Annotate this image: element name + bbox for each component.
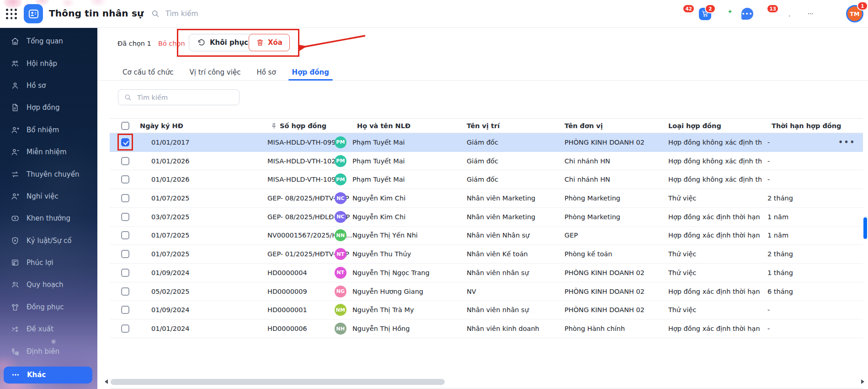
- cell-date: 01/09/2024: [151, 306, 190, 313]
- table-search[interactable]: [118, 89, 240, 105]
- table-row[interactable]: 01/09/2024 HD0000001 NM Nguyễn Thị Trà M…: [110, 301, 863, 319]
- col-header-unit[interactable]: Tên đơn vị: [564, 122, 603, 130]
- sidebar-item-shield[interactable]: Kỷ luật/Sự cố: [0, 230, 97, 252]
- user-avatar[interactable]: TM 1: [846, 5, 863, 22]
- hscroll-left-arrow[interactable]: [105, 379, 108, 384]
- row-checkbox[interactable]: [121, 287, 129, 296]
- deselect-link[interactable]: Bỏ chọn: [158, 40, 185, 47]
- cell-date: 01/09/2024: [151, 269, 190, 276]
- cell-duration: -: [767, 325, 770, 332]
- sidebar-item-proposal[interactable]: Đề xuất: [0, 318, 97, 340]
- global-search[interactable]: [151, 6, 258, 21]
- avatar: NN: [335, 229, 346, 241]
- sidebar-item-more[interactable]: Khác: [4, 367, 92, 384]
- vertical-scrollbar-thumb[interactable]: [863, 217, 867, 239]
- restore-button[interactable]: Khôi phục: [189, 34, 256, 51]
- sidebar-item-headcount[interactable]: Định biên: [0, 340, 97, 362]
- cell-date: 01/01/2026: [151, 176, 190, 183]
- cell-duration: -: [767, 306, 770, 313]
- row-checkbox[interactable]: [121, 175, 129, 184]
- sidebar-item-person-x[interactable]: Nghỉ việc: [0, 185, 97, 207]
- hr-app-icon[interactable]: [24, 4, 43, 23]
- col-header-name[interactable]: Họ và tên NLĐ: [357, 122, 410, 130]
- sidebar-item-planning[interactable]: Quy hoạch: [0, 274, 97, 296]
- sidebar-item-person-minus[interactable]: Miễn nhiệm: [0, 141, 97, 163]
- cell-date: 05/02/2025: [151, 288, 190, 295]
- row-checkbox[interactable]: [121, 250, 129, 258]
- search-icon: [151, 9, 160, 18]
- row-checkbox[interactable]: [121, 231, 129, 239]
- sidebar-item-person-plus[interactable]: Bổ nhiệm: [0, 119, 97, 141]
- tab-inactive-vị-trí-công-việc[interactable]: Vị trí công việc: [189, 65, 240, 80]
- avatar: PM: [335, 155, 346, 167]
- col-header-duration[interactable]: Thời hạn hợp đồng: [772, 122, 841, 130]
- row-checkbox[interactable]: [121, 324, 129, 333]
- cell-contract-no: HD0000009: [267, 288, 307, 295]
- sidebar-item-home[interactable]: Tổng quan: [0, 30, 97, 52]
- cell-unit: Phòng Hành chính: [564, 325, 625, 332]
- table-row[interactable]: 01/07/2025 GEP- 01/2025/HĐTV-GEP NT Nguy…: [110, 245, 863, 264]
- cell-contract-type: Hợp đồng không xác định thời hạn: [668, 157, 761, 165]
- cell-date: 01/01/2024: [151, 325, 190, 332]
- person-add-icon[interactable]: [720, 8, 732, 20]
- cell-date: 01/07/2025: [151, 232, 190, 239]
- employee-card-icon: [27, 8, 40, 20]
- sidebar-item-person[interactable]: Hồ sơ: [0, 75, 97, 97]
- row-checkbox[interactable]: [121, 194, 129, 202]
- row-checkbox[interactable]: [121, 138, 129, 146]
- chat-icon[interactable]: •••: [741, 8, 753, 20]
- search-icon: [124, 93, 132, 102]
- delete-button[interactable]: Xóa: [249, 34, 290, 51]
- sidebar-item-benefit[interactable]: Phúc lợi: [0, 252, 97, 274]
- person-x-icon: [11, 192, 20, 201]
- table-row[interactable]: 01/01/2026 MISA-HDLD-VTH-102 PM Phạm Tuy…: [110, 152, 863, 171]
- table-row[interactable]: 01/01/2026 MISA-HDLD-VTH-109 PM Phạm Tuy…: [110, 170, 863, 189]
- avatar: NT: [335, 267, 346, 279]
- col-header-date[interactable]: Ngày ký HĐ: [140, 122, 183, 130]
- horizontal-scrollbar-thumb[interactable]: [111, 379, 445, 385]
- col-header-type[interactable]: Loại hợp đồng: [668, 122, 721, 130]
- megaphone-icon[interactable]: 42: [678, 8, 690, 20]
- col-header-position[interactable]: Tên vị trí: [467, 122, 500, 130]
- table-row[interactable]: 03/07/2025 GEP- 08/2025/HĐLĐ-GEP NC Nguy…: [110, 208, 863, 227]
- select-all-checkbox[interactable]: [121, 122, 129, 130]
- cell-position: Nhân viên nhân sự: [467, 306, 529, 313]
- cell-duration: -: [767, 139, 770, 146]
- idea-icon[interactable]: [825, 8, 837, 20]
- more-icon[interactable]: [804, 8, 816, 20]
- app-launcher-icon[interactable]: [6, 9, 17, 20]
- cell-position: NV: [467, 288, 476, 295]
- help-icon[interactable]: [783, 8, 795, 20]
- row-checkbox[interactable]: [121, 213, 129, 221]
- cell-contract-no: MISA-HDLD-VTH-102: [267, 157, 335, 165]
- tab-inactive-hồ-sơ[interactable]: Hồ sơ: [256, 65, 276, 80]
- table-row[interactable]: 01/01/2024 HD0000006 NH Nguyễn Thị Hồng …: [110, 319, 863, 338]
- table-row[interactable]: 01/09/2024 HD0000004 NT Nguyễn Thị Ngọc …: [110, 264, 863, 282]
- table-row[interactable]: 01/01/2017 MISA-HDLD-VTH-099 PM Phạm Tuy…: [110, 133, 863, 152]
- tab-inactive-cơ-cấu-tổ-chức[interactable]: Cơ cấu tổ chức: [122, 65, 173, 80]
- table-row[interactable]: 05/02/2025 HD0000009 NG Nguyễn Hương Gia…: [110, 282, 863, 301]
- row-checkbox[interactable]: [121, 306, 129, 314]
- tab-active-hợp-đồng[interactable]: Hợp đồng: [292, 65, 329, 80]
- row-more-icon[interactable]: •••: [838, 138, 856, 146]
- table-row[interactable]: 01/07/2025 NV00001567/2025/HĐL... NN Ngu…: [110, 227, 863, 245]
- cell-duration: 6 tháng: [767, 288, 793, 295]
- hscroll-right-arrow[interactable]: [861, 379, 864, 384]
- sidebar-item-document[interactable]: Hợp đồng: [0, 97, 97, 119]
- row-checkbox[interactable]: [121, 157, 129, 165]
- pin-icon[interactable]: [271, 122, 277, 129]
- sidebar-item-group[interactable]: Hội nhập: [0, 52, 97, 74]
- sidebar-item-award[interactable]: Khen thưởng: [0, 207, 97, 229]
- global-search-input[interactable]: [165, 9, 258, 18]
- col-header-contract[interactable]: Số hợp đồng: [280, 122, 326, 130]
- sidebar-item-shirt[interactable]: Đồng phục: [0, 296, 97, 318]
- cart-icon[interactable]: 2: [699, 8, 711, 20]
- table-search-input[interactable]: [136, 93, 229, 102]
- avatar: NH: [335, 323, 346, 335]
- home-icon: [11, 37, 20, 46]
- sidebar-item-transfer[interactable]: Thuyên chuyển: [0, 163, 97, 185]
- bell-icon[interactable]: 13: [762, 8, 774, 20]
- row-checkbox[interactable]: [121, 269, 129, 277]
- cell-contract-type: Hợp đồng không xác định thời hạn: [668, 176, 761, 183]
- table-row[interactable]: 01/07/2025 GEP- 08/2025/HĐTV-GEP NC Nguy…: [110, 189, 863, 208]
